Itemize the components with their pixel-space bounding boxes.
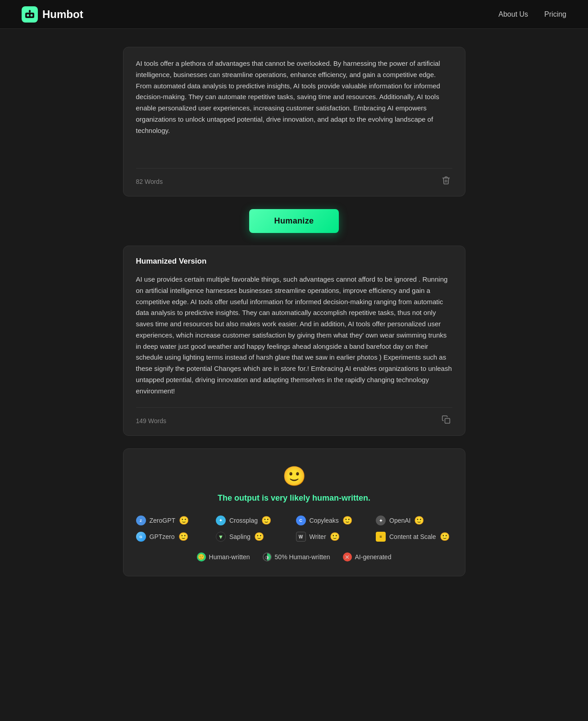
detection-emoji: 🙂 bbox=[136, 465, 452, 487]
legend-ai-generated: ✕ AI-generated bbox=[343, 552, 392, 561]
openai-name: OpenAI bbox=[389, 517, 410, 524]
svg-rect-4 bbox=[29, 10, 31, 13]
copyleaks-name: Copyleaks bbox=[310, 517, 339, 524]
zerogpt-logo: Z bbox=[136, 516, 146, 525]
humanized-card-footer: 149 Words bbox=[136, 407, 452, 428]
nav-links: About Us Pricing bbox=[498, 10, 566, 18]
writer-logo: W bbox=[296, 532, 306, 542]
brand-name: Humbot bbox=[42, 8, 83, 21]
detector-openai: ✦ OpenAI 🙂 bbox=[376, 516, 452, 525]
legend-dot-green: 🙂 bbox=[197, 552, 206, 561]
humanize-wrapper: Humanize bbox=[123, 209, 465, 233]
writer-name: Writer bbox=[310, 533, 326, 540]
trash-icon bbox=[442, 176, 451, 185]
svg-point-2 bbox=[27, 14, 29, 16]
pricing-link[interactable]: Pricing bbox=[544, 10, 566, 18]
openai-logo: ✦ bbox=[376, 516, 386, 525]
legend-human-label: Human-written bbox=[209, 553, 250, 561]
legend-human-written: 🙂 Human-written bbox=[197, 552, 250, 561]
main-content: AI tools offer a plethora of advantages … bbox=[114, 29, 474, 603]
svg-rect-5 bbox=[445, 419, 450, 424]
svg-rect-1 bbox=[25, 13, 34, 18]
contentatscale-status: 🙂 bbox=[440, 532, 450, 542]
detector-writer: W Writer 🙂 bbox=[296, 532, 373, 542]
input-text[interactable]: AI tools offer a plethora of advantages … bbox=[136, 58, 452, 157]
detector-crossplag: ✦ Crossplag 🙂 bbox=[216, 516, 292, 525]
legend-50-percent: ◑ 50% Human-written bbox=[263, 552, 330, 561]
copy-icon bbox=[442, 415, 451, 424]
legend-ai-label: AI-generated bbox=[355, 553, 392, 561]
about-us-link[interactable]: About Us bbox=[498, 10, 528, 18]
legend: 🙂 Human-written ◑ 50% Human-written ✕ AI… bbox=[136, 552, 452, 561]
copyleaks-logo: C bbox=[296, 516, 306, 525]
zerogpt-status: 🙂 bbox=[179, 516, 189, 525]
legend-50-label: 50% Human-written bbox=[275, 553, 330, 561]
navigation: Humbot About Us Pricing bbox=[0, 0, 588, 29]
legend-dot-red: ✕ bbox=[343, 552, 352, 561]
humanized-word-count: 149 Words bbox=[136, 417, 166, 424]
detector-sapling: ▼ Sapling 🙂 bbox=[216, 532, 292, 542]
detection-card: 🙂 The output is very likely human-writte… bbox=[123, 448, 465, 576]
humanized-card: Humanized Version AI use provides certai… bbox=[123, 246, 465, 436]
sapling-status: 🙂 bbox=[254, 532, 264, 542]
input-word-count: 82 Words bbox=[136, 178, 163, 185]
detector-zerogpt: Z ZeroGPT 🙂 bbox=[136, 516, 213, 525]
crossplag-name: Crossplag bbox=[229, 517, 258, 524]
contentatscale-logo: ≡ bbox=[376, 532, 386, 542]
svg-point-3 bbox=[31, 14, 33, 16]
input-card: AI tools offer a plethora of advantages … bbox=[123, 47, 465, 196]
detection-title: The output is very likely human-written. bbox=[136, 493, 452, 503]
gptzero-logo: G bbox=[136, 532, 146, 542]
legend-dot-half: ◑ bbox=[263, 552, 272, 561]
gptzero-status: 🙂 bbox=[178, 532, 188, 542]
copyleaks-status: 🙂 bbox=[342, 516, 352, 525]
sapling-logo: ▼ bbox=[216, 532, 226, 542]
detector-grid: Z ZeroGPT 🙂 ✦ Crossplag 🙂 C Copyleaks 🙂 … bbox=[136, 516, 452, 542]
openai-status: 🙂 bbox=[414, 516, 424, 525]
copy-button[interactable] bbox=[440, 413, 452, 428]
logo-container: Humbot bbox=[22, 6, 83, 23]
humanized-text: AI use provides certain multiple favorab… bbox=[136, 274, 452, 397]
contentatscale-name: Content at Scale bbox=[389, 533, 436, 540]
humanize-button[interactable]: Humanize bbox=[249, 209, 339, 233]
input-card-footer: 82 Words bbox=[136, 168, 452, 189]
humanized-title: Humanized Version bbox=[136, 257, 452, 266]
delete-button[interactable] bbox=[440, 174, 452, 189]
zerogpt-name: ZeroGPT bbox=[150, 517, 176, 524]
detector-copyleaks: C Copyleaks 🙂 bbox=[296, 516, 373, 525]
detector-contentatscale: ≡ Content at Scale 🙂 bbox=[376, 532, 452, 542]
humbot-logo-icon bbox=[22, 6, 38, 23]
crossplag-logo: ✦ bbox=[216, 516, 226, 525]
crossplag-status: 🙂 bbox=[261, 516, 271, 525]
sapling-name: Sapling bbox=[229, 533, 251, 540]
writer-status: 🙂 bbox=[330, 532, 340, 542]
gptzero-name: GPTzero bbox=[150, 533, 175, 540]
detector-gptzero: G GPTzero 🙂 bbox=[136, 532, 213, 542]
